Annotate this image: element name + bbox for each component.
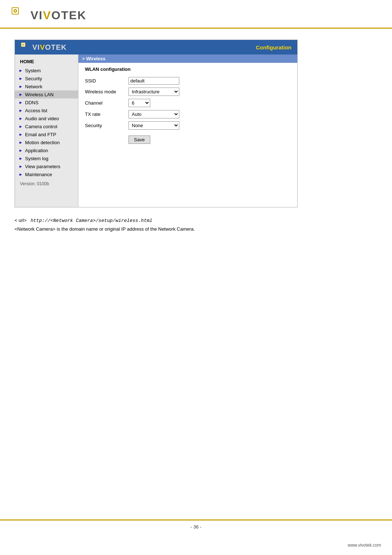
security-row: Security None WEP WPA bbox=[85, 120, 183, 131]
description-text: <Network Camera> is the domain name or o… bbox=[15, 226, 195, 232]
sidebar-label-system: System bbox=[25, 68, 41, 73]
inner-logo-text: VIVOTEK bbox=[32, 43, 67, 52]
sidebar-item-email-ftp[interactable]: ► Email and FTP bbox=[15, 130, 78, 138]
arrow-icon-application: ► bbox=[18, 147, 24, 153]
configuration-label: Configuration bbox=[256, 44, 291, 50]
bottom-website: www.vivotek.com bbox=[348, 543, 381, 548]
sidebar-item-security[interactable]: ► Security bbox=[15, 74, 78, 82]
bottom-bar: - 36 - bbox=[0, 519, 392, 533]
sidebar-item-motion-detection[interactable]: ► Motion detection bbox=[15, 138, 78, 146]
sidebar-item-wireless-lan[interactable]: ► Wireless LAN bbox=[15, 90, 78, 98]
arrow-icon-email-ftp: ► bbox=[18, 131, 24, 137]
sidebar-label-view-parameters: View parameters bbox=[25, 164, 60, 169]
sidebar-item-system[interactable]: ► System bbox=[15, 66, 78, 74]
save-row: Save bbox=[85, 131, 183, 145]
url-line: < url> http://<Network Camera>/setup/wir… bbox=[15, 216, 377, 225]
below-panel: < url> http://<Network Camera>/setup/wir… bbox=[15, 216, 377, 234]
panel-main: > Wireless WLAN configuration SSID Wirel… bbox=[78, 54, 297, 207]
arrow-icon-access-list: ► bbox=[18, 108, 24, 113]
url-value: http://<Network Camera>/setup/wireless.h… bbox=[30, 218, 152, 223]
sidebar-label-system-log: System log bbox=[25, 156, 48, 161]
sidebar-label-access-list: Access list bbox=[25, 108, 47, 113]
arrow-icon-view-parameters: ► bbox=[18, 163, 24, 169]
breadcrumb-bar: > Wireless bbox=[78, 54, 297, 63]
sidebar-item-network[interactable]: ► Network bbox=[15, 82, 78, 90]
sidebar-item-ddns[interactable]: ► DDNS bbox=[15, 98, 78, 106]
arrow-icon-network: ► bbox=[18, 84, 24, 89]
url-prefix: < url> bbox=[15, 218, 26, 223]
sidebar-label-network: Network bbox=[25, 84, 42, 89]
panel-body: HOME ► System ► Security ► Network ► Wir… bbox=[15, 54, 297, 207]
top-logo: VIVOTEK bbox=[11, 7, 381, 24]
wireless-mode-select[interactable]: Infrastructure Ad-hoc bbox=[128, 88, 179, 96]
arrow-icon-wireless-lan: ► bbox=[18, 92, 24, 97]
version-text: Version: 0100b bbox=[15, 178, 78, 189]
wireless-mode-label: Wireless mode bbox=[85, 86, 128, 97]
sidebar-label-wireless-lan: Wireless LAN bbox=[25, 92, 54, 97]
ssid-row: SSID bbox=[85, 76, 183, 86]
sidebar-home[interactable]: HOME bbox=[15, 57, 78, 66]
sidebar: HOME ► System ► Security ► Network ► Wir… bbox=[15, 54, 78, 207]
arrow-icon-camera-control: ► bbox=[18, 123, 24, 129]
inner-panel: VIVOTEK Configuration HOME ► System ► Se… bbox=[15, 40, 298, 207]
security-label: Security bbox=[85, 120, 128, 131]
sidebar-label-ddns: DDNS bbox=[25, 100, 38, 105]
channel-select[interactable]: 12345 67891011 bbox=[128, 99, 150, 107]
sidebar-label-maintenance: Maintenance bbox=[25, 172, 52, 177]
arrow-icon-ddns: ► bbox=[18, 100, 24, 105]
inner-vivotek-icon bbox=[21, 42, 31, 52]
svg-point-7 bbox=[23, 44, 24, 45]
arrow-icon-system-log: ► bbox=[18, 155, 24, 161]
sidebar-label-audio-video: Audio and video bbox=[25, 116, 59, 121]
vivotek-logo-icon bbox=[11, 7, 28, 24]
wireless-mode-row: Wireless mode Infrastructure Ad-hoc bbox=[85, 86, 183, 97]
sidebar-item-system-log[interactable]: ► System log bbox=[15, 154, 78, 162]
channel-label: Channel bbox=[85, 97, 128, 109]
svg-point-3 bbox=[15, 10, 16, 12]
channel-row: Channel 12345 67891011 bbox=[85, 97, 183, 109]
arrow-icon-motion-detection: ► bbox=[18, 139, 24, 145]
arrow-icon-system: ► bbox=[18, 68, 24, 73]
sidebar-item-maintenance[interactable]: ► Maintenance bbox=[15, 170, 78, 178]
page-number: - 36 - bbox=[0, 524, 392, 530]
tx-rate-select[interactable]: Auto 1 Mbps 2 Mbps 5.5 Mbps 11 Mbps bbox=[128, 110, 179, 118]
save-button[interactable]: Save bbox=[128, 135, 150, 144]
ssid-input[interactable] bbox=[128, 77, 179, 85]
top-logo-text: VIVOTEK bbox=[30, 9, 86, 22]
sidebar-label-motion-detection: Motion detection bbox=[25, 140, 60, 145]
arrow-icon-audio-video: ► bbox=[18, 116, 24, 121]
sidebar-item-view-parameters[interactable]: ► View parameters bbox=[15, 162, 78, 170]
sidebar-item-camera-control[interactable]: ► Camera control bbox=[15, 122, 78, 130]
arrow-icon-maintenance: ► bbox=[18, 171, 24, 177]
ssid-label: SSID bbox=[85, 76, 128, 86]
sidebar-label-email-ftp: Email and FTP bbox=[25, 132, 56, 137]
sidebar-label-camera-control: Camera control bbox=[25, 124, 57, 129]
wlan-section-title: WLAN configuration bbox=[85, 66, 291, 72]
description-line: <Network Camera> is the domain name or o… bbox=[15, 225, 377, 233]
top-header: VIVOTEK bbox=[0, 0, 392, 29]
sidebar-item-audio-video[interactable]: ► Audio and video bbox=[15, 114, 78, 122]
config-table: SSID Wireless mode Infrastructure Ad-hoc bbox=[85, 76, 183, 145]
tx-rate-label: TX rate bbox=[85, 109, 128, 120]
sidebar-label-security: Security bbox=[25, 76, 42, 81]
sidebar-item-access-list[interactable]: ► Access list bbox=[15, 106, 78, 114]
inner-panel-header: VIVOTEK Configuration bbox=[15, 40, 297, 54]
sidebar-item-application[interactable]: ► Application bbox=[15, 146, 78, 154]
main-content: VIVOTEK Configuration HOME ► System ► Se… bbox=[0, 29, 392, 244]
inner-logo: VIVOTEK bbox=[21, 42, 67, 52]
sidebar-label-application: Application bbox=[25, 148, 48, 153]
arrow-icon-security: ► bbox=[18, 76, 24, 81]
security-select[interactable]: None WEP WPA bbox=[128, 121, 179, 130]
tx-rate-row: TX rate Auto 1 Mbps 2 Mbps 5.5 Mbps 11 M… bbox=[85, 109, 183, 120]
